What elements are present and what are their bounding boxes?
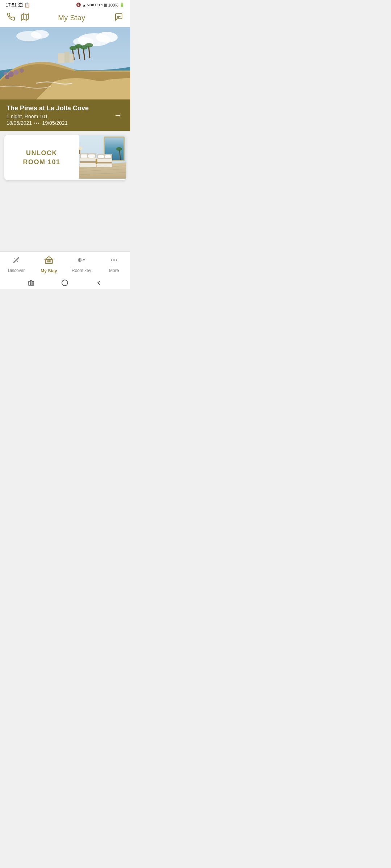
hero-image [0, 27, 130, 99]
android-nav [0, 276, 130, 289]
svg-point-30 [116, 147, 122, 151]
hotel-details-arrow[interactable]: → [112, 110, 124, 121]
status-time: 17:51 [6, 3, 17, 8]
hotel-info-text: The Pines at La Jolla Cove 1 night, Room… [7, 105, 89, 126]
nav-item-mystay[interactable]: My Stay [36, 255, 62, 273]
svg-rect-25 [64, 52, 70, 63]
unlock-label: UNLOCK ROOM 101 [23, 149, 60, 167]
svg-rect-24 [58, 53, 64, 63]
lte-icon: VOD LTE1 [87, 3, 103, 7]
room-image [79, 135, 126, 180]
unlock-card[interactable]: UNLOCK ROOM 101 [4, 135, 126, 180]
hotel-name: The Pines at La Jolla Cove [7, 105, 89, 112]
mute-icon: 🔇 [76, 3, 81, 7]
map-icon[interactable] [21, 13, 29, 23]
roomkey-label: Room key [72, 268, 91, 273]
svg-rect-57 [29, 281, 30, 285]
battery-icon: 🔋 [119, 3, 125, 7]
phone-icon[interactable] [7, 13, 15, 23]
signal-icon: ||| [104, 3, 107, 7]
svg-point-23 [85, 43, 93, 47]
status-left: 17:51 🖼 📋 [6, 2, 30, 8]
svg-rect-39 [80, 161, 96, 163]
chat-icon[interactable] [114, 13, 123, 23]
svg-point-55 [113, 259, 115, 261]
date-separator: ••• [34, 121, 40, 125]
svg-point-13 [5, 75, 9, 79]
top-nav: My Stay [0, 9, 130, 27]
more-icon [110, 256, 118, 267]
recents-button[interactable] [28, 280, 34, 286]
status-bar: 17:51 🖼 📋 🔇 ▲ VOD LTE1 ||| 100% 🔋 [0, 0, 130, 9]
hotel-dates: 18/05/2021 ••• 19/05/2021 [7, 120, 89, 126]
nav-item-discover[interactable]: Discover [4, 256, 29, 273]
svg-point-53 [79, 260, 80, 261]
roomkey-icon [77, 256, 86, 267]
nav-item-more[interactable]: More [101, 256, 127, 273]
svg-rect-47 [96, 159, 97, 164]
svg-rect-26 [70, 54, 74, 63]
more-label: More [109, 268, 119, 273]
svg-rect-58 [30, 280, 32, 285]
svg-point-51 [49, 260, 50, 261]
battery-text: 100% [108, 3, 118, 7]
svg-point-7 [96, 32, 118, 43]
svg-point-10 [31, 30, 49, 39]
discover-icon [12, 256, 21, 267]
date-to: 19/05/2021 [42, 120, 68, 126]
mystay-icon [44, 255, 54, 267]
svg-rect-60 [62, 280, 68, 286]
gallery-icon: 🖼 [18, 2, 23, 8]
nav-icons-left [7, 13, 29, 23]
back-button[interactable] [95, 279, 102, 286]
svg-rect-59 [32, 281, 34, 285]
svg-point-12 [14, 70, 19, 75]
svg-rect-42 [98, 155, 104, 158]
bottom-nav: Discover My Stay Room key [0, 251, 130, 276]
svg-rect-38 [88, 154, 95, 158]
svg-point-14 [20, 68, 24, 73]
unlock-text-area[interactable]: UNLOCK ROOM 101 [4, 135, 79, 180]
svg-rect-43 [105, 155, 111, 158]
discover-label: Discover [8, 268, 25, 273]
wifi-icon: ▲ [82, 3, 86, 7]
svg-rect-37 [81, 154, 87, 158]
svg-point-54 [111, 259, 112, 261]
hotel-info-bar[interactable]: The Pines at La Jolla Cove 1 night, Room… [0, 99, 130, 131]
svg-point-56 [116, 259, 117, 261]
note-icon: 📋 [24, 2, 30, 8]
nav-item-roomkey[interactable]: Room key [69, 256, 94, 273]
page-title: My Stay [58, 14, 85, 22]
svg-rect-44 [97, 162, 112, 163]
hotel-nights: 1 night, Room 101 [7, 114, 89, 119]
svg-marker-0 [21, 14, 29, 20]
status-right: 🔇 ▲ VOD LTE1 ||| 100% 🔋 [76, 3, 125, 7]
svg-point-15 [4, 72, 7, 75]
home-button[interactable] [61, 279, 68, 286]
date-from: 18/05/2021 [7, 120, 32, 126]
mystay-label: My Stay [41, 268, 57, 273]
